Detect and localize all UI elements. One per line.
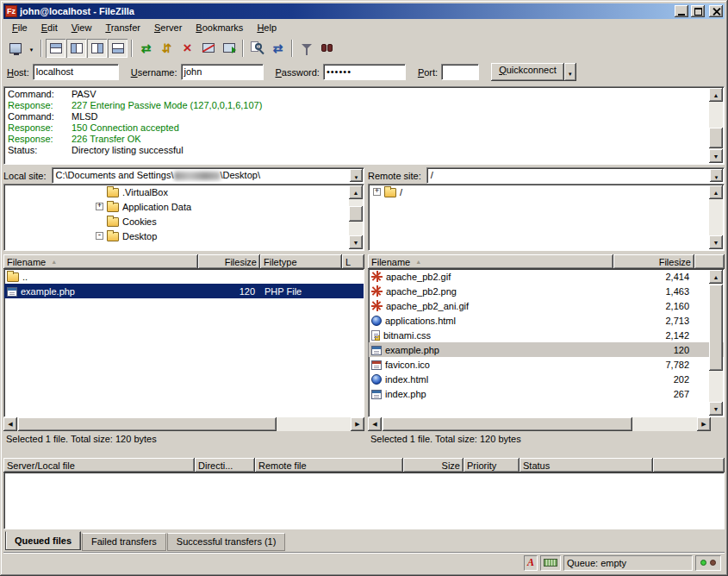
scroll-right-icon[interactable] [697, 417, 711, 431]
image-file-icon [371, 285, 383, 297]
column-header-server-local-file[interactable]: Server/Local file [3, 458, 195, 473]
column-header-filetype[interactable]: Filetype [260, 254, 342, 269]
directory-comparison-button[interactable] [247, 39, 267, 58]
remote-site-combobox[interactable]: / [426, 167, 725, 184]
expand-icon[interactable] [96, 203, 103, 210]
tree-item[interactable]: Application Data [4, 199, 364, 214]
process-queue-button[interactable] [157, 39, 177, 58]
local-site-dropdown[interactable] [350, 169, 363, 182]
chevron-down-icon [29, 43, 34, 53]
scrollbar-thumb[interactable] [709, 285, 723, 371]
scroll-down-icon[interactable] [349, 235, 363, 249]
column-header-filename[interactable]: Filename [368, 254, 613, 269]
scroll-down-icon[interactable] [709, 402, 723, 416]
column-header-priority[interactable]: Priority [464, 458, 520, 473]
close-icon [712, 8, 720, 16]
synchronized-browsing-button[interactable] [268, 39, 288, 58]
site-manager-dropdown[interactable] [26, 39, 37, 58]
titlebar[interactable]: Fz john@localhost - FileZilla [3, 3, 725, 19]
table-row[interactable]: applications.html 2,713 [369, 313, 724, 328]
scroll-up-icon[interactable] [709, 270, 723, 284]
column-header-size[interactable]: Size [403, 458, 464, 473]
username-input[interactable]: john [181, 64, 264, 80]
table-row[interactable]: .. [4, 269, 364, 284]
column-header-status[interactable]: Status [520, 458, 653, 473]
filter-icon [302, 44, 312, 49]
quickconnect-button[interactable]: Quickconnect [491, 63, 564, 81]
column-header-filename[interactable]: Filename [3, 254, 198, 269]
table-row-selected[interactable]: example.php 120 PHP File [4, 284, 364, 298]
expand-icon[interactable] [373, 188, 381, 196]
column-header-filesize[interactable]: Filesize [198, 254, 260, 269]
toggle-message-log-button[interactable] [46, 39, 65, 58]
table-row[interactable]: apache_pb2.png 1,463 [369, 284, 724, 298]
filter-button[interactable] [296, 39, 316, 58]
remote-site-label: Remote site: [368, 171, 426, 181]
tree-item[interactable]: Cookies [4, 214, 364, 229]
scroll-up-icon[interactable] [709, 185, 723, 199]
local-horizontal-scrollbar[interactable] [3, 417, 364, 431]
maximize-button[interactable] [691, 5, 705, 17]
close-button[interactable] [709, 5, 723, 17]
table-row[interactable]: index.php 267 [369, 386, 724, 401]
toolbar-separator [131, 40, 133, 57]
remote-site-dropdown[interactable] [710, 169, 723, 182]
column-header-filesize[interactable]: Filesize [613, 254, 694, 269]
icon-file-icon [371, 360, 382, 370]
scroll-down-icon[interactable] [709, 235, 723, 249]
scroll-left-icon[interactable] [3, 417, 17, 431]
column-header-lastmodified[interactable]: L [342, 254, 364, 269]
scroll-left-icon[interactable] [368, 417, 382, 431]
menu-help[interactable]: Help [250, 20, 283, 35]
find-files-button[interactable] [317, 39, 337, 58]
tab-failed-transfers[interactable]: Failed transfers [82, 533, 166, 551]
table-row[interactable]: index.html 202 [369, 372, 724, 386]
scroll-down-icon[interactable] [709, 149, 723, 163]
local-tree-scrollbar[interactable] [349, 185, 363, 249]
scrollbar-thumb[interactable] [709, 128, 723, 148]
tree-item[interactable]: .VirtualBox [4, 185, 364, 199]
log-vertical-scrollbar[interactable] [709, 88, 723, 163]
scroll-right-icon[interactable] [351, 417, 364, 431]
table-row[interactable]: apache_pb2_ani.gif 2,160 [369, 298, 724, 313]
toggle-queue-button[interactable] [108, 39, 128, 58]
port-input[interactable] [441, 64, 479, 80]
remote-horizontal-scrollbar[interactable] [368, 417, 711, 431]
tab-successful-transfers[interactable]: Successful transfers (1) [167, 533, 286, 551]
column-header-remote-file[interactable]: Remote file [255, 458, 403, 473]
cancel-operation-button[interactable] [177, 39, 197, 58]
toggle-local-tree-button[interactable] [66, 39, 86, 58]
disconnect-button[interactable] [198, 39, 218, 58]
tree-item[interactable]: / [369, 185, 724, 199]
refresh-button[interactable] [136, 39, 156, 58]
minimize-button[interactable] [675, 5, 688, 17]
collapse-icon[interactable] [96, 232, 103, 240]
host-input[interactable]: localhost [33, 64, 119, 80]
scroll-up-icon[interactable] [349, 185, 363, 199]
column-header-direction[interactable]: Directi... [195, 458, 255, 473]
local-site-combobox[interactable]: C:\Documents and Settings\\Desktop\ [52, 167, 364, 184]
menu-bookmarks[interactable]: Bookmarks [189, 20, 250, 35]
remote-list-scrollbar[interactable] [709, 270, 723, 416]
tree-item[interactable]: Desktop [4, 229, 364, 243]
password-input[interactable]: •••••• [323, 64, 406, 80]
scrollbar-thumb[interactable] [383, 417, 632, 431]
menu-transfer[interactable]: Transfer [98, 20, 147, 35]
scrollbar-thumb[interactable] [349, 206, 363, 222]
table-row[interactable]: apache_pb2.gif 2,414 [369, 269, 724, 284]
quickconnect-dropdown[interactable] [564, 63, 576, 81]
remote-tree-scrollbar[interactable] [709, 185, 723, 249]
scroll-up-icon[interactable] [709, 88, 723, 102]
menu-server[interactable]: Server [147, 20, 189, 35]
scrollbar-thumb[interactable] [18, 417, 277, 431]
table-row-selected[interactable]: example.php 120 [369, 342, 724, 357]
site-manager-button[interactable] [5, 39, 25, 58]
tab-queued-files[interactable]: Queued files [5, 531, 81, 550]
table-row[interactable]: bitnami.css 2,142 [369, 328, 724, 342]
reconnect-button[interactable] [219, 39, 239, 58]
toggle-remote-tree-button[interactable] [87, 39, 107, 58]
menu-edit[interactable]: Edit [34, 20, 65, 35]
table-row[interactable]: favicon.ico 7,782 [369, 357, 724, 372]
menu-view[interactable]: View [65, 20, 99, 35]
menu-file[interactable]: File [5, 20, 34, 35]
